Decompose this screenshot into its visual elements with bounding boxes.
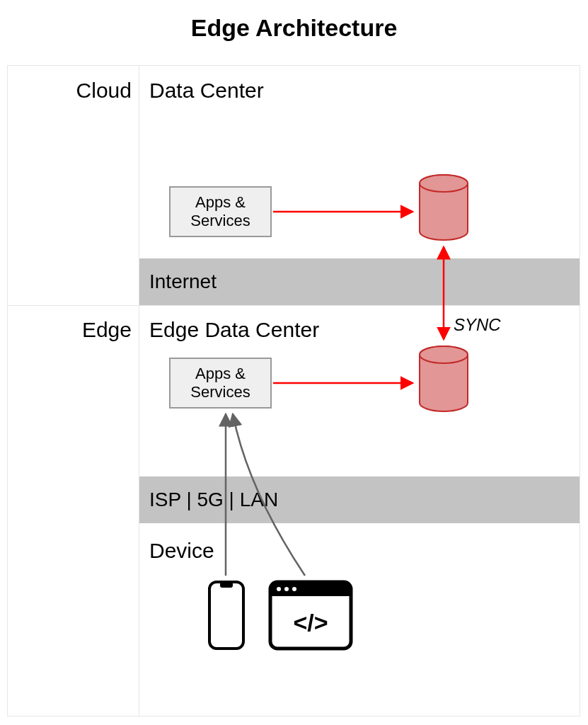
diagram-grid: Cloud Edge Data Center Edge Data Center … xyxy=(7,65,580,717)
tier-label-cloud: Cloud xyxy=(8,79,132,103)
section-edge-data-center: Edge Data Center xyxy=(149,318,319,342)
page-title: Edge Architecture xyxy=(0,14,588,42)
code-browser-icon: </> xyxy=(268,580,353,651)
code-glyph: </> xyxy=(293,609,328,636)
sync-label: SYNC xyxy=(454,315,501,335)
svg-rect-4 xyxy=(209,582,243,649)
edge-database-icon xyxy=(418,345,469,413)
svg-point-1 xyxy=(420,175,468,192)
grid-divider-vertical xyxy=(139,66,139,716)
tier-label-edge: Edge xyxy=(8,318,132,342)
smartphone-icon xyxy=(207,580,246,651)
cloud-database-icon xyxy=(418,173,469,241)
section-device: Device xyxy=(149,539,214,563)
svg-point-10 xyxy=(284,587,289,591)
svg-point-9 xyxy=(277,587,281,591)
network-internet-label: Internet xyxy=(149,270,217,293)
svg-point-11 xyxy=(292,587,296,591)
svg-rect-5 xyxy=(220,582,233,588)
section-data-center: Data Center xyxy=(149,79,264,103)
network-isp: ISP | 5G | LAN xyxy=(139,476,580,523)
svg-point-3 xyxy=(420,346,468,363)
network-internet: Internet xyxy=(139,258,580,305)
edge-apps-box: Apps &Services xyxy=(169,358,272,409)
svg-rect-8 xyxy=(270,589,351,596)
network-isp-label: ISP | 5G | LAN xyxy=(149,489,278,511)
cloud-apps-label: Apps &Services xyxy=(190,193,250,231)
cloud-apps-box: Apps &Services xyxy=(169,186,272,237)
grid-divider-horizontal xyxy=(8,305,580,306)
edge-apps-label: Apps &Services xyxy=(190,365,250,402)
